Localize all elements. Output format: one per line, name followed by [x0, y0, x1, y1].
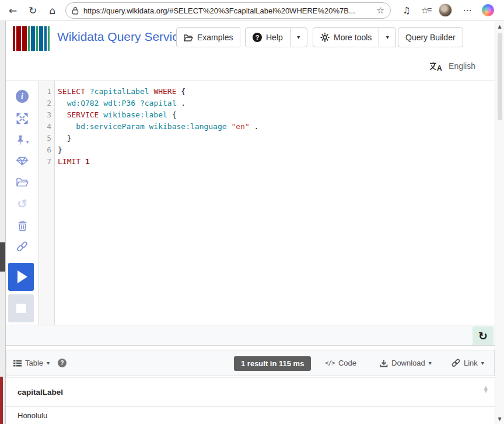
address-bar[interactable]: https://query.wikidata.org/#SELECT%20%3F… — [65, 2, 391, 19]
more-tools-label: More tools — [334, 33, 372, 42]
examples-label: Examples — [197, 33, 233, 42]
copilot-icon[interactable] — [482, 4, 494, 16]
run-query-button[interactable] — [8, 263, 34, 291]
link-button[interactable]: Link ▾ — [452, 350, 484, 376]
cell-value: Honolulu — [18, 411, 47, 420]
scrollbar-down-icon[interactable]: ▼ — [495, 415, 504, 423]
refresh-icon[interactable]: ↻ — [24, 2, 41, 19]
more-menu-icon[interactable]: ⋯ — [460, 3, 475, 18]
more-tools-button[interactable]: More tools — [313, 27, 379, 47]
url-text[interactable]: https://query.wikidata.org/#SELECT%20%3F… — [83, 6, 377, 15]
language-label: English — [449, 61, 475, 71]
help-icon: ? — [253, 33, 262, 42]
stop-query-button[interactable] — [8, 294, 34, 322]
chevron-down-icon: ▾ — [47, 360, 50, 366]
wikidata-logo[interactable] — [13, 26, 50, 51]
help-dropdown-button[interactable]: ▾ — [290, 27, 307, 47]
collections-icon[interactable]: ☆☰ — [419, 3, 434, 18]
table-row[interactable]: Honolulu — [6, 407, 495, 424]
gem-icon[interactable] — [6, 154, 38, 169]
result-count-badge: 1 result in 115 ms — [234, 356, 311, 371]
results-toolbar: Table ▾ ? 1 result in 115 ms </> Code Do… — [6, 350, 495, 376]
sparql-editor[interactable]: 1234567 SELECT ?capitalLabel WHERE { wd:… — [38, 81, 495, 325]
help-button[interactable]: ? Help — [245, 27, 290, 47]
history-icon: ↺ — [6, 196, 38, 211]
download-button[interactable]: Download ▾ — [380, 350, 432, 376]
query-builder-group: Query Builder — [398, 27, 463, 47]
chevron-down-icon: ▾ — [386, 34, 389, 40]
home-icon[interactable]: ⌂ — [44, 2, 61, 19]
gear-icon — [320, 33, 330, 42]
code-button[interactable]: </> Code — [325, 350, 356, 376]
page-title[interactable]: Wikidata Query Service — [57, 30, 185, 44]
column-header[interactable]: capitalLabel — [18, 388, 63, 397]
screen: ← ↻ ⌂ https://query.wikidata.org/#SELECT… — [0, 0, 504, 424]
media-icon[interactable]: ♫ — [399, 3, 414, 18]
editor-sidebar: i ▾ ↺ — [6, 81, 38, 325]
link-label: Link — [464, 359, 478, 367]
code-icon: </> — [325, 359, 335, 367]
link-chain-icon — [452, 359, 460, 367]
results-help[interactable]: ? — [58, 350, 66, 376]
editor-footer: ↻ — [6, 325, 495, 346]
examples-button[interactable]: Examples — [176, 27, 240, 47]
query-editor-area: i ▾ ↺ — [6, 81, 495, 325]
chevron-down-icon: ▾ — [26, 139, 29, 145]
table-view-icon — [13, 360, 22, 367]
open-folder-icon[interactable] — [6, 175, 38, 190]
scrollbar-up-icon[interactable]: ▲ — [495, 22, 504, 30]
results-table-header: capitalLabel ▲▼ — [6, 377, 495, 407]
chevron-down-icon: ▾ — [297, 34, 300, 40]
refresh-results-icon[interactable]: ↻ — [473, 326, 494, 345]
profile-avatar[interactable] — [439, 4, 452, 17]
svg-text:A: A — [437, 64, 442, 71]
trash-icon[interactable] — [6, 218, 38, 233]
fullscreen-icon[interactable] — [6, 111, 38, 126]
download-icon — [380, 359, 388, 367]
page-scrollbar[interactable]: ▲ ▼ — [495, 21, 504, 424]
link-icon[interactable] — [6, 239, 38, 255]
play-icon — [18, 270, 27, 283]
info-icon[interactable]: i — [6, 89, 38, 104]
download-label: Download — [391, 359, 425, 367]
language-icon: A — [429, 61, 444, 71]
lock-icon — [72, 6, 79, 15]
background-window-fragment — [0, 377, 3, 424]
line-number-gutter: 1234567 — [39, 81, 55, 325]
more-tools-dropdown-button[interactable]: ▾ — [379, 27, 396, 47]
table-view-label: Table — [25, 359, 43, 367]
help-circle-icon: ? — [58, 359, 66, 367]
background-window-fragment — [0, 242, 5, 272]
code-label: Code — [338, 359, 356, 367]
query-builder-button[interactable]: Query Builder — [398, 27, 463, 47]
scrollbar-thumb[interactable] — [498, 33, 502, 120]
wdqs-header: Wikidata Query Service Examples ? Help ▾ — [6, 21, 495, 81]
stop-icon — [16, 304, 26, 313]
examples-button-group: Examples — [176, 27, 240, 47]
chevron-down-icon: ▾ — [429, 360, 432, 366]
query-builder-label: Query Builder — [405, 33, 456, 42]
bookmark-star-icon[interactable]: ☆ — [377, 5, 384, 16]
help-label: Help — [266, 33, 283, 42]
back-icon[interactable]: ← — [5, 2, 21, 19]
help-button-group: ? Help ▾ — [245, 27, 307, 47]
pin-icon[interactable]: ▾ — [6, 133, 38, 148]
table-view-selector[interactable]: Table ▾ — [13, 350, 50, 376]
background-window-edge — [0, 21, 6, 424]
sort-icon[interactable]: ▲▼ — [484, 386, 488, 393]
chevron-down-icon: ▾ — [481, 360, 484, 366]
language-selector[interactable]: A English — [429, 57, 475, 75]
code-content[interactable]: SELECT ?capitalLabel WHERE { wd:Q782 wdt… — [55, 81, 495, 325]
examples-folder-icon — [184, 34, 193, 41]
more-tools-button-group: More tools ▾ — [313, 27, 396, 47]
browser-toolbar: ← ↻ ⌂ https://query.wikidata.org/#SELECT… — [0, 0, 504, 21]
